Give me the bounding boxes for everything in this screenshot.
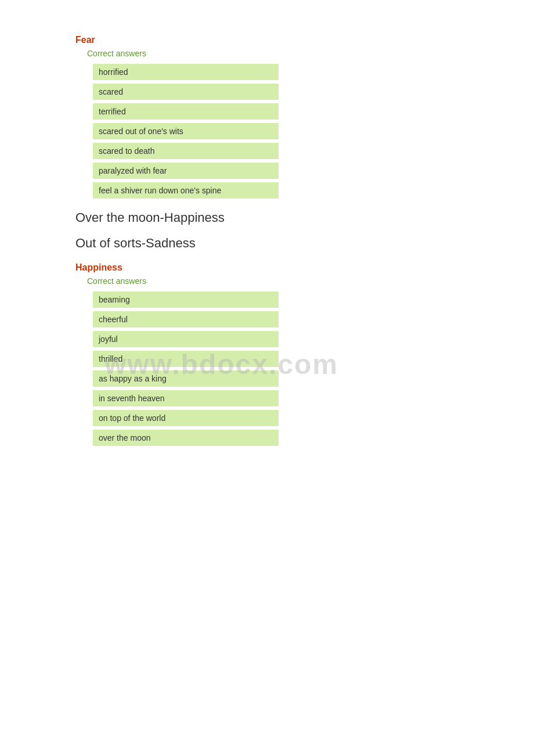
fear-title: Fear — [75, 35, 459, 45]
happiness-answer-item: joyful — [93, 331, 279, 347]
fear-answer-item: feel a shiver run down one's spine — [93, 182, 279, 199]
standalone-title-1: Out of sorts-Sadness — [75, 236, 459, 251]
fear-answer-item: scared — [93, 84, 279, 100]
happiness-correct-answers-label: Correct answers — [87, 276, 459, 286]
fear-answer-item: horrified — [93, 64, 279, 80]
happiness-answer-item: over the moon — [93, 430, 279, 446]
standalone-titles-section: Over the moon-Happiness Out of sorts-Sad… — [75, 210, 459, 251]
fear-section: Fear Correct answers horrifiedscaredterr… — [75, 35, 459, 199]
happiness-section: Happiness Correct answers beamingcheerfu… — [75, 262, 459, 446]
happiness-title: Happiness — [75, 262, 459, 273]
happiness-answer-item: on top of the world — [93, 410, 279, 426]
happiness-answer-item: in seventh heaven — [93, 390, 279, 406]
happiness-answer-item: beaming — [93, 291, 279, 308]
happiness-answer-item: thrilled — [93, 351, 279, 367]
fear-answer-item: terrified — [93, 103, 279, 120]
happiness-answer-item: as happy as a king — [93, 370, 279, 387]
happiness-answer-item: cheerful — [93, 311, 279, 327]
fear-answer-item: paralyzed with fear — [93, 163, 279, 179]
happiness-answer-list: beamingcheerfuljoyfulthrilledas happy as… — [93, 291, 279, 446]
standalone-title-0: Over the moon-Happiness — [75, 210, 459, 225]
fear-answer-item: scared out of one's wits — [93, 123, 279, 139]
fear-answer-list: horrifiedscaredterrifiedscared out of on… — [93, 64, 279, 199]
fear-answer-item: scared to death — [93, 143, 279, 159]
fear-correct-answers-label: Correct answers — [87, 49, 459, 58]
